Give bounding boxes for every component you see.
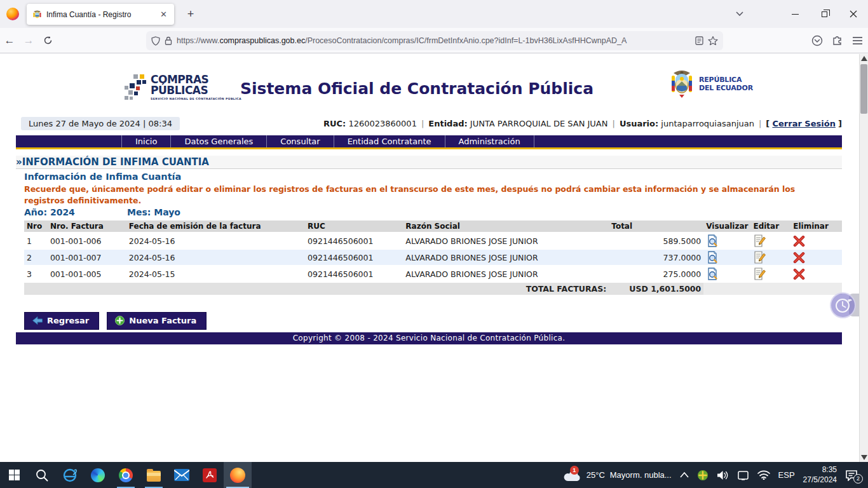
plus-icon: [115, 316, 125, 325]
reload-button[interactable]: [38, 32, 57, 50]
section-title: Información de Infima Cuantía: [24, 172, 181, 182]
editar-icon[interactable]: [750, 250, 790, 265]
weather-widget[interactable]: 1 25°C Mayorm. nubla...: [564, 469, 672, 482]
antivirus-tray-icon[interactable]: [697, 470, 709, 481]
mail-icon[interactable]: [168, 462, 196, 488]
visualizar-icon[interactable]: [703, 250, 750, 265]
search-button[interactable]: [28, 462, 56, 488]
volume-icon[interactable]: [717, 470, 729, 480]
republica-ecuador-logo: REPÚBLICA DEL ECUADOR: [668, 69, 753, 100]
eliminar-icon[interactable]: [790, 233, 842, 248]
editar-icon[interactable]: [750, 266, 790, 281]
firefox-logo-icon: [6, 8, 19, 20]
total-facturas-label: TOTAL FACTURAS:: [403, 283, 609, 295]
notification-count-badge: 2: [853, 474, 863, 484]
reader-mode-icon[interactable]: [695, 36, 703, 45]
session-info-bar: Lunes 27 de Mayo de 2024 | 08:34 RUC: 12…: [16, 116, 842, 131]
tab-close-icon[interactable]: ✕: [159, 10, 168, 19]
tab-title: Infima Cuantía - Registro: [46, 10, 154, 19]
total-row: TOTAL FACTURAS: USD 1,601.5000: [24, 283, 842, 295]
windows-taskbar: 1 25°C Mayorm. nubla... ESP 8:35 27/5/20…: [0, 462, 868, 488]
start-button[interactable]: [0, 462, 28, 488]
scroll-up-arrow-icon[interactable]: [861, 56, 867, 61]
nueva-factura-button[interactable]: Nueva Factura: [107, 312, 207, 330]
logout-link[interactable]: Cerrar Sesión: [772, 119, 835, 128]
ruc-value: 1260023860001: [348, 119, 417, 128]
tray-date: 27/5/2024: [803, 475, 837, 485]
screen-time-widget[interactable]: [830, 292, 856, 318]
language-indicator[interactable]: ESP: [778, 470, 795, 480]
ecuador-coat-of-arms-icon: [668, 69, 695, 100]
table-header-row: Nro Nro. Factura Fecha de emisión de la …: [24, 220, 842, 232]
menu-datos-generales[interactable]: Datos Generales: [170, 135, 266, 147]
lock-icon[interactable]: [165, 36, 172, 45]
tray-chevron-up-icon[interactable]: [680, 472, 689, 478]
action-center-button[interactable]: 2: [845, 470, 862, 481]
extensions-puzzle-icon[interactable]: [832, 35, 843, 46]
back-button[interactable]: ←: [0, 32, 19, 50]
menu-administracion[interactable]: Administración: [445, 135, 534, 147]
table-row: 1 001-001-006 2024-05-16 0921446506001 A…: [24, 233, 842, 248]
republic-line2: DEL ECUADOR: [699, 85, 753, 93]
scrollbar-thumb[interactable]: [860, 64, 867, 114]
edge-icon[interactable]: [84, 462, 112, 488]
entidad-value: JUNTA PARROQUIAL DE SAN JUAN: [470, 119, 608, 128]
editar-icon[interactable]: [750, 233, 790, 248]
window-restore-button[interactable]: [810, 0, 839, 28]
tray-time: 8:35: [803, 465, 837, 475]
ruc-label: RUC:: [323, 119, 346, 128]
url-text[interactable]: https://www.compraspublicas.gob.ec/Proce…: [177, 36, 691, 45]
col-total: Total: [609, 220, 703, 232]
menu-consultar[interactable]: Consultar: [266, 135, 333, 147]
weather-desc: Mayorm. nubla...: [610, 470, 672, 480]
clock-icon: [834, 296, 853, 315]
url-bar[interactable]: https://www.compraspublicas.gob.ec/Proce…: [146, 31, 723, 50]
firefox-taskbar-icon[interactable]: [224, 462, 252, 488]
tray-clock[interactable]: 8:35 27/5/2024: [803, 465, 837, 485]
pocket-icon[interactable]: [811, 35, 823, 46]
ecuador-favicon-icon: [32, 10, 42, 19]
entidad-label: Entidad:: [428, 119, 467, 128]
year-label: Año: 2024: [24, 207, 75, 217]
eliminar-icon[interactable]: [790, 266, 842, 281]
forward-button[interactable]: →: [19, 32, 38, 50]
shield-icon[interactable]: [151, 36, 160, 46]
bookmark-star-icon[interactable]: [708, 36, 718, 46]
menu-inicio[interactable]: Inicio: [121, 135, 170, 147]
scroll-down-arrow-icon[interactable]: [861, 455, 867, 460]
col-nro: Nro: [24, 220, 48, 232]
usuario-value: juntaparroquiasanjuan: [661, 119, 754, 128]
browser-tab[interactable]: Infima Cuantía - Registro ✕: [27, 4, 174, 25]
eliminar-icon[interactable]: [790, 250, 842, 265]
col-ruc: RUC: [305, 220, 403, 232]
chrome-icon[interactable]: [112, 462, 140, 488]
table-row: 2 001-001-007 2024-05-16 0921446506001 A…: [24, 250, 842, 265]
weather-temp: 25°C: [587, 470, 605, 480]
col-eliminar: Eliminar: [790, 220, 842, 232]
menu-entidad-contratante[interactable]: Entidad Contratante: [334, 135, 445, 147]
col-visualizar: Visualizar: [703, 220, 750, 232]
visualizar-icon[interactable]: [703, 266, 750, 281]
main-menu: Inicio Datos Generales Consultar Entidad…: [16, 135, 842, 149]
breadcrumb: »INFORMACIÓN DE INFIMA CUANTIA: [16, 156, 842, 169]
regresar-button[interactable]: Regresar: [24, 312, 99, 330]
list-tabs-chevron-icon[interactable]: [735, 8, 745, 18]
web-page: COMPRAS PÚBLICAS SERVICIO NACIONAL DE CO…: [0, 54, 859, 462]
page-scrollbar[interactable]: [859, 54, 868, 462]
file-explorer-icon[interactable]: [140, 462, 168, 488]
back-arrow-icon: [32, 316, 43, 325]
tablet-mode-icon[interactable]: [737, 470, 749, 480]
acrobat-icon[interactable]: [196, 462, 224, 488]
window-minimize-button[interactable]: [780, 0, 810, 28]
browser-toolbar: ← → https://www.compraspublicas.gob.ec/P…: [0, 28, 868, 53]
facturas-table: Nro Nro. Factura Fecha de emisión de la …: [24, 219, 842, 296]
weather-badge: 1: [570, 466, 579, 475]
copyright-footer: Copyright © 2008 - 2024 Servicio Naciona…: [16, 332, 842, 344]
month-label: Mes: Mayo: [127, 207, 180, 217]
internet-explorer-icon[interactable]: [56, 462, 84, 488]
hamburger-menu-icon[interactable]: [852, 36, 863, 45]
window-close-button[interactable]: [839, 0, 868, 28]
new-tab-button[interactable]: +: [183, 7, 198, 22]
visualizar-icon[interactable]: [703, 233, 750, 248]
wifi-icon[interactable]: [757, 470, 770, 480]
